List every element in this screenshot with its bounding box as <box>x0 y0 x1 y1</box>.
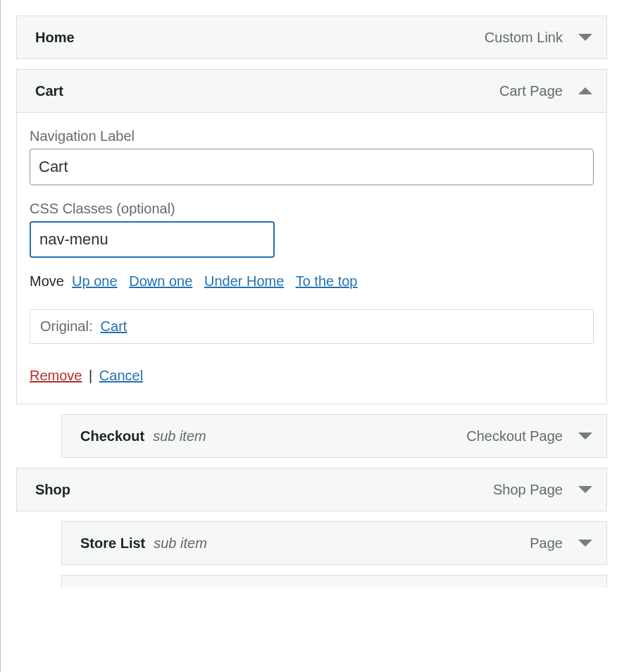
menu-item-checkout: Checkout sub item Checkout Page <box>61 414 607 458</box>
menu-item-type: Custom Link <box>485 30 563 46</box>
sub-item-label: sub item <box>153 428 206 444</box>
menu-item-partial <box>61 575 607 587</box>
move-under-home-link[interactable]: Under Home <box>204 273 284 289</box>
chevron-down-icon[interactable] <box>578 34 592 41</box>
menu-item-cart: Cart Cart Page Navigation Label CSS Clas… <box>16 69 607 404</box>
menu-item-title: Home <box>35 30 75 46</box>
cancel-link[interactable]: Cancel <box>99 368 143 383</box>
menu-item-bar[interactable]: Home Custom Link <box>16 15 607 59</box>
move-down-one-link[interactable]: Down one <box>129 273 192 289</box>
menu-item-type: Cart Page <box>499 83 563 99</box>
chevron-down-icon[interactable] <box>578 540 592 547</box>
menu-item-bar[interactable]: Cart Cart Page <box>16 69 607 113</box>
menu-item-shop: Shop Shop Page <box>16 468 607 511</box>
chevron-down-icon[interactable] <box>578 433 592 440</box>
move-row: Move Up one Down one Under Home To the t… <box>30 273 594 290</box>
menu-item-settings: Navigation Label CSS Classes (optional) … <box>16 113 607 404</box>
menu-item-bar[interactable]: Shop Shop Page <box>16 468 607 511</box>
move-to-top-link[interactable]: To the top <box>296 273 358 289</box>
original-label: Original: <box>40 318 92 334</box>
menu-item-bar[interactable]: Checkout sub item Checkout Page <box>61 414 607 458</box>
menu-item-store-list: Store List sub item Page <box>61 521 607 565</box>
move-up-one-link[interactable]: Up one <box>72 273 118 289</box>
menu-item-bar[interactable] <box>61 575 607 587</box>
css-classes-label: CSS Classes (optional) <box>30 201 594 217</box>
menu-item-title: Cart <box>35 83 63 99</box>
remove-link[interactable]: Remove <box>30 368 82 383</box>
original-link[interactable]: Cart <box>101 318 127 334</box>
chevron-up-icon[interactable] <box>578 87 592 94</box>
menu-item-type: Checkout Page <box>466 428 563 444</box>
navigation-label-input[interactable] <box>30 149 594 185</box>
menu-item-title: Shop <box>35 482 70 498</box>
move-label: Move <box>30 273 64 289</box>
menu-item-title: Checkout <box>80 428 144 444</box>
sub-item-label: sub item <box>154 535 207 552</box>
menu-item-home: Home Custom Link <box>16 15 607 59</box>
original-box: Original: Cart <box>30 309 594 344</box>
chevron-down-icon[interactable] <box>578 486 592 493</box>
menu-item-title: Store List <box>80 535 145 552</box>
navigation-label-label: Navigation Label <box>30 128 594 144</box>
menu-item-type: Page <box>530 535 563 552</box>
menu-item-bar[interactable]: Store List sub item Page <box>61 521 607 565</box>
css-classes-input[interactable] <box>30 221 275 258</box>
menu-item-type: Shop Page <box>493 482 563 498</box>
separator: | <box>86 368 95 383</box>
